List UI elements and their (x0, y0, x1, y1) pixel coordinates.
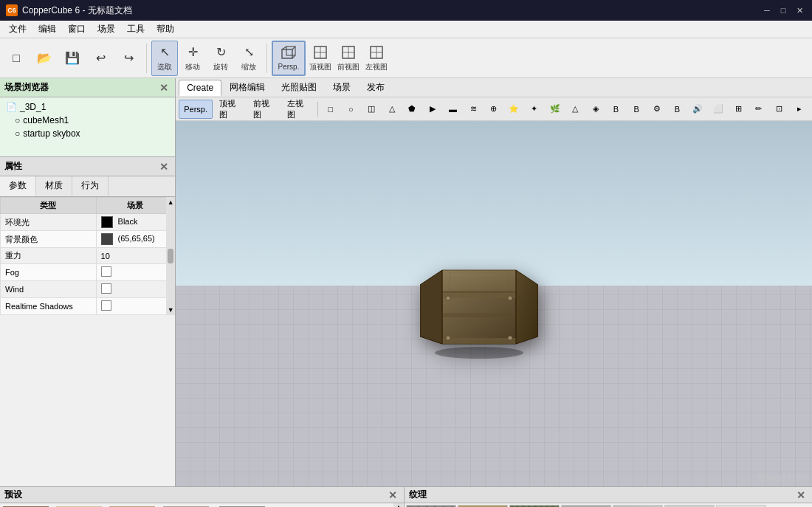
light-btn[interactable]: ⭐ (504, 100, 523, 119)
bgcolor-color-swatch[interactable] (101, 233, 113, 245)
waypoint-btn[interactable]: ◈ (586, 100, 605, 119)
menu-edit[interactable]: 编辑 (32, 21, 62, 37)
top-btn[interactable]: 顶视图 (214, 100, 247, 119)
heightmap-btn[interactable]: ▬ (444, 100, 463, 119)
cube-3d-object[interactable] (420, 248, 538, 359)
select-btn2[interactable]: ⊡ (770, 100, 789, 119)
front-btn[interactable]: 前视图 (248, 100, 281, 119)
scale-tool-button[interactable]: ⤡ 缩放 (235, 41, 262, 76)
camera-btn[interactable]: ⊕ (484, 100, 503, 119)
tab-params[interactable]: 参数 (0, 176, 36, 196)
cone-insert-btn[interactable]: △ (382, 100, 402, 119)
cube-insert-btn[interactable]: □ (321, 100, 340, 119)
prop-value-shadows[interactable] (96, 298, 175, 315)
select-icon: ↖ (156, 44, 173, 61)
ambient-color-swatch[interactable] (101, 216, 113, 228)
wind-checkbox[interactable] (101, 283, 111, 294)
textures-header: 纹理 ✕ (405, 487, 812, 503)
tree-item-3d1[interactable]: 📄 _3D_1 (3, 100, 172, 114)
prop-type-fog: Fog (1, 264, 97, 281)
properties-close[interactable]: ✕ (157, 160, 171, 173)
toolbar-separator-1 (146, 44, 147, 73)
tab-scene[interactable]: 场景 (325, 78, 359, 97)
move-tool-button[interactable]: ✛ 移动 (179, 41, 206, 76)
more-btn[interactable]: ▸ (790, 100, 809, 119)
water-btn[interactable]: ≋ (464, 100, 483, 119)
select-tool-button[interactable]: ↖ 选取 (151, 41, 178, 76)
tab-publish[interactable]: 发布 (359, 78, 393, 97)
top-view-label: 顶视图 (309, 62, 331, 72)
presets-items: ancient arch (0, 503, 393, 507)
tab-create[interactable]: Create (179, 80, 221, 96)
tree-btn[interactable]: 🌿 (546, 100, 565, 119)
particle-btn[interactable]: ✦ (525, 100, 544, 119)
prop-value-ambient[interactable]: Black (96, 214, 175, 231)
left-btn[interactable]: 左视图 (282, 100, 314, 119)
save-file-button[interactable]: 💾 (59, 41, 86, 76)
menu-window[interactable]: 窗口 (62, 21, 92, 37)
sphere-insert-btn[interactable]: ○ (341, 100, 360, 119)
prop-value-fog[interactable] (96, 264, 175, 281)
svg-point-22 (446, 336, 450, 340)
minimize-button[interactable]: ─ (760, 4, 774, 17)
prop-value-gravity[interactable]: 10 (96, 248, 175, 264)
tab-behavior[interactable]: 行为 (72, 176, 109, 196)
plane-insert-btn[interactable]: ⬟ (402, 100, 422, 119)
prop-value-wind[interactable] (96, 281, 175, 298)
redo-button[interactable]: ↪ (115, 41, 142, 76)
scene-browser-close[interactable]: ✕ (157, 81, 171, 94)
prop-row-shadows: Realtime Shadows (1, 298, 175, 315)
cylinder-insert-btn[interactable]: ◫ (362, 100, 381, 119)
tree-item-cubemesh[interactable]: ○ cubeMesh1 (3, 114, 172, 127)
perspective-view-button[interactable]: Persp. (272, 41, 306, 76)
properties-scrollbar[interactable]: ▲ ▼ (166, 197, 175, 315)
front-view-button[interactable]: 前视图 (335, 41, 362, 76)
persp-btn[interactable]: Persp. (179, 100, 213, 119)
menu-scene[interactable]: 场景 (92, 21, 121, 37)
btn-B1[interactable]: B (607, 100, 626, 119)
open-file-button[interactable]: 📂 (31, 41, 58, 76)
scroll-down-arrow[interactable]: ▼ (168, 306, 174, 314)
prop-value-bgcolor[interactable]: (65,65,65) (96, 231, 175, 248)
rotate-tool-button[interactable]: ↻ 旋转 (207, 41, 234, 76)
bottom-section: 预设 ✕ ancient (0, 486, 812, 507)
top-view-icon (312, 44, 328, 61)
scroll-thumb[interactable] (168, 249, 173, 263)
prop-row-wind: Wind (1, 281, 175, 298)
tree-item-skybox[interactable]: ○ startup skybox (3, 127, 172, 140)
title-controls[interactable]: ─ □ ✕ (760, 4, 806, 17)
menu-help[interactable]: 帮助 (151, 21, 180, 37)
billboard-btn[interactable]: ▶ (423, 100, 442, 119)
properties-table: 类型 场景 环境光 Black 背景颜色 (0, 197, 175, 315)
prop-type-shadows: Realtime Shadows (1, 298, 97, 315)
btn-B3[interactable]: B (667, 100, 687, 119)
terrain-btn[interactable]: △ (565, 100, 585, 119)
grid-btn[interactable]: ⊞ (729, 100, 748, 119)
new-file-button[interactable]: □ (3, 41, 30, 76)
snap-btn[interactable]: ⬜ (709, 100, 728, 119)
scroll-up-arrow[interactable]: ▲ (168, 199, 174, 206)
toolbar: □ 📂 💾 ↩ ↪ ↖ 选取 ✛ 移动 ↻ 旋转 ⤡ 缩放 (0, 38, 812, 78)
presets-scrollbar[interactable]: ▲ ▼ (393, 503, 404, 507)
shadows-checkbox[interactable] (101, 300, 111, 311)
tab-mesh-edit[interactable]: 网格编辑 (221, 78, 273, 97)
undo-button[interactable]: ↩ (87, 41, 114, 76)
left-view-button[interactable]: 左视图 (363, 41, 390, 76)
presets-scroll-up[interactable]: ▲ (396, 503, 402, 507)
tab-material[interactable]: 材质 (36, 176, 72, 196)
prop-type-wind: Wind (1, 281, 97, 298)
viewport-3d[interactable]: Yuucn.com (176, 121, 812, 486)
textures-close[interactable]: ✕ (794, 489, 808, 502)
sound-btn[interactable]: 🔊 (688, 100, 707, 119)
top-view-button[interactable]: 顶视图 (307, 41, 334, 76)
presets-close[interactable]: ✕ (386, 489, 399, 502)
menu-file[interactable]: 文件 (3, 21, 32, 37)
maximize-button[interactable]: □ (777, 4, 790, 17)
close-button[interactable]: ✕ (793, 4, 806, 17)
menu-tools[interactable]: 工具 (121, 21, 151, 37)
settings-btn[interactable]: ⚙ (647, 100, 667, 119)
tab-lightmap[interactable]: 光照贴图 (273, 78, 325, 97)
pen-btn[interactable]: ✏ (749, 100, 768, 119)
fog-checkbox[interactable] (101, 266, 111, 277)
btn-B2[interactable]: B (627, 100, 646, 119)
